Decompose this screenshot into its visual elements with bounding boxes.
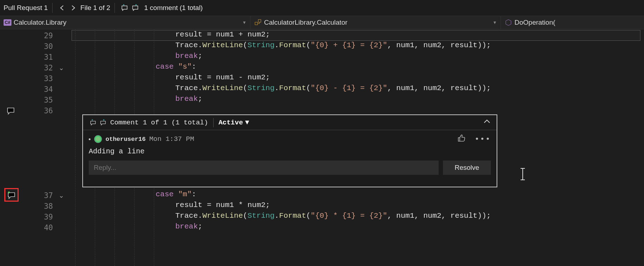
comment-counter: Comment 1 of 1 (1 total) xyxy=(110,119,208,127)
current-line-highlight xyxy=(72,30,640,41)
line-number: 35 xyxy=(44,95,53,105)
csharp-badge-icon: C# xyxy=(4,19,11,26)
fold-gutter: ⌄ ⌄ xyxy=(57,29,72,266)
like-comment-button[interactable] xyxy=(457,134,466,144)
code-line: case "s": xyxy=(156,63,196,71)
reply-input[interactable] xyxy=(89,161,439,175)
resolve-button[interactable]: Resolve xyxy=(443,161,491,175)
breadcrumb-method-label: DoOperation( xyxy=(514,19,555,26)
svg-rect-0 xyxy=(255,22,258,25)
code-line: result = num1 + num2; xyxy=(175,30,270,39)
line-number: 30 xyxy=(44,41,53,52)
dropdown-caret-icon: ▼ xyxy=(242,20,247,25)
comment-status-label: Active xyxy=(219,119,243,127)
pr-title: Pull Request 1 xyxy=(4,4,48,12)
chevron-down-icon: ▼ xyxy=(245,119,249,127)
class-icon xyxy=(254,19,262,26)
method-icon xyxy=(504,19,512,26)
prev-file-button[interactable] xyxy=(57,3,68,13)
comment-author-row: otheruser16 Mon 1:37 PM ••• xyxy=(89,134,491,144)
next-comment-button[interactable] xyxy=(130,3,141,13)
line-number: 29 xyxy=(44,30,53,41)
line-number: 40 xyxy=(44,222,53,233)
code-line: Trace.WriteLine(String.Format("{0} * {1}… xyxy=(175,212,491,220)
pr-toolbar: Pull Request 1 File 1 of 2 1 comment (1 … xyxy=(0,0,644,16)
collapse-thread-button[interactable] xyxy=(482,117,492,128)
line-number: 37 xyxy=(44,190,53,201)
editor-margin xyxy=(0,29,21,266)
code-line: Trace.WriteLine(String.Format("{0} + {1}… xyxy=(175,41,491,49)
fold-toggle[interactable]: ⌄ xyxy=(59,63,64,73)
breadcrumb-class[interactable]: CalculatorLibrary.Calculator ▼ xyxy=(250,16,501,29)
comment-prev-icon xyxy=(89,119,97,126)
breadcrumb-project[interactable]: C# Calculator.Library ▼ xyxy=(0,16,250,29)
line-number: 36 xyxy=(44,105,53,116)
code-line: break; xyxy=(175,95,203,103)
code-line: result = num1 - num2; xyxy=(175,73,270,82)
comment-next-icon xyxy=(131,4,139,12)
line-number: 38 xyxy=(44,201,53,212)
next-file-button[interactable] xyxy=(68,3,78,13)
breadcrumb-bar: C# Calculator.Library ▼ CalculatorLibrar… xyxy=(0,16,644,29)
unread-dot-icon xyxy=(89,138,91,140)
code-line: break; xyxy=(175,52,203,60)
code-area[interactable]: result = num1 + num2; Trace.WriteLine(St… xyxy=(72,29,644,266)
code-line: Trace.WriteLine(String.Format("{0} - {1}… xyxy=(175,84,491,92)
comment-card-body: otheruser16 Mon 1:37 PM ••• Adding a lin… xyxy=(83,130,497,180)
comment-timestamp: Mon 1:37 PM xyxy=(149,135,194,143)
add-comment-button[interactable] xyxy=(7,189,16,200)
comment-thread-card: Comment 1 of 1 (1 total) Active ▼ otheru… xyxy=(82,114,497,187)
comment-more-menu[interactable]: ••• xyxy=(474,135,491,144)
separator xyxy=(52,3,53,13)
chevron-up-icon xyxy=(482,117,492,126)
comment-body-text: Adding a line xyxy=(89,147,491,156)
comment-next-icon xyxy=(99,119,107,126)
comment-thread-marker[interactable] xyxy=(6,105,15,116)
separator xyxy=(213,118,214,127)
text-cursor xyxy=(522,168,523,180)
author-avatar[interactable] xyxy=(94,135,102,143)
line-number-gutter: 29 30 31 32 33 34 35 36 37 38 39 40 xyxy=(21,29,57,266)
breadcrumb-class-label: CalculatorLibrary.Calculator xyxy=(264,19,347,26)
add-comment-icon xyxy=(7,191,16,199)
comment-summary: 1 comment (1 total) xyxy=(144,4,203,12)
author-username: otheruser16 xyxy=(106,136,146,143)
line-number: 34 xyxy=(44,84,53,95)
comment-status-dropdown[interactable]: Active ▼ xyxy=(219,119,249,127)
comment-reply-row: Resolve xyxy=(89,161,491,175)
code-line: result = num1 * num2; xyxy=(175,201,270,209)
arrow-left-icon xyxy=(58,4,66,12)
svg-rect-1 xyxy=(258,20,261,22)
comment-card-header: Comment 1 of 1 (1 total) Active ▼ xyxy=(83,115,497,130)
code-line: break; xyxy=(175,222,203,231)
ellipsis-icon: ••• xyxy=(474,135,491,144)
line-number: 31 xyxy=(44,52,53,63)
next-comment-in-thread-button[interactable] xyxy=(98,118,108,128)
dropdown-caret-icon: ▼ xyxy=(493,20,497,25)
fold-toggle[interactable]: ⌄ xyxy=(59,190,64,201)
separator xyxy=(114,3,115,13)
line-number: 39 xyxy=(44,212,53,222)
thumbs-up-icon xyxy=(457,134,466,142)
comment-icon xyxy=(6,107,15,115)
breadcrumb-method[interactable]: DoOperation( xyxy=(501,16,644,29)
arrow-right-icon xyxy=(69,4,77,12)
prev-comment-button[interactable] xyxy=(119,3,130,13)
line-number: 33 xyxy=(44,73,53,84)
code-editor: 29 30 31 32 33 34 35 36 37 38 39 40 ⌄ ⌄ xyxy=(0,29,644,266)
comment-prev-icon xyxy=(121,4,128,12)
breadcrumb-project-label: Calculator.Library xyxy=(14,19,67,26)
file-position: File 1 of 2 xyxy=(80,4,110,12)
line-number: 32 xyxy=(44,63,53,73)
prev-comment-in-thread-button[interactable] xyxy=(88,118,98,128)
code-line: case "m": xyxy=(156,190,196,198)
